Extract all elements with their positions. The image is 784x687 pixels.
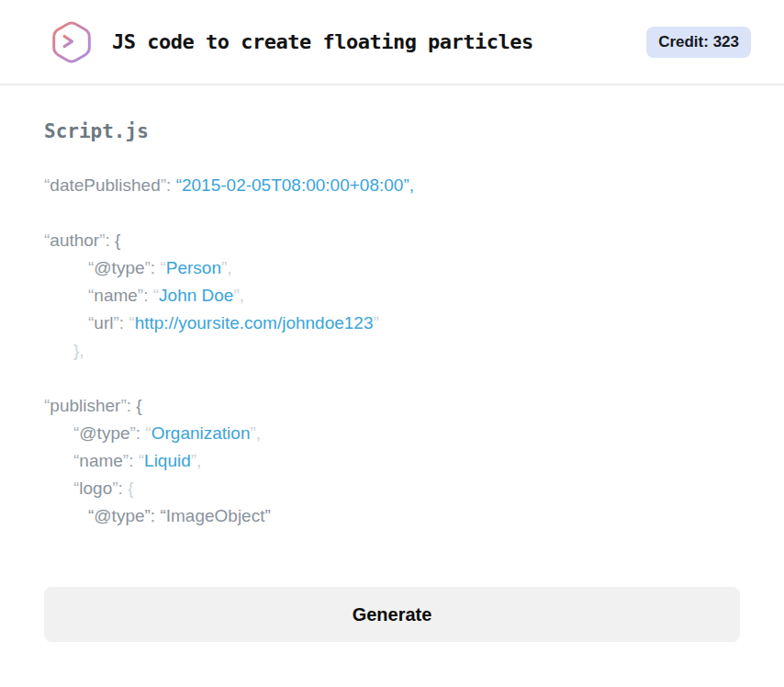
- header-left: JS code to create floating particles: [48, 18, 533, 66]
- file-name-label: Script.js: [44, 120, 740, 142]
- credit-badge: Credit: 323: [646, 27, 751, 58]
- app-window: JS code to create floating particles Cre…: [0, 0, 784, 687]
- code-line: “@type”: “Person”,: [44, 254, 740, 282]
- terminal-prompt-hexagon-icon: [48, 18, 95, 66]
- code-line: “publisher”: {: [44, 392, 740, 420]
- code-line: “@type”: “ImageObject”: [44, 502, 740, 530]
- code-line: “@type”: “Organization”,: [44, 420, 740, 447]
- page-title: JS code to create floating particles: [112, 30, 533, 53]
- generate-button[interactable]: Generate: [44, 587, 740, 642]
- header: JS code to create floating particles Cre…: [0, 0, 784, 85]
- code-line: “name”: “John Doe”,: [44, 282, 740, 310]
- code-line: “author”: {: [44, 227, 740, 254]
- code-line: “name”: “Liquid”,: [44, 447, 740, 475]
- code-line-blank: [44, 199, 740, 227]
- code-line: },: [44, 337, 740, 365]
- code-line-blank: [44, 365, 740, 392]
- code-block: “datePublished”: “2015-02-05T08:00:00+08…: [44, 172, 740, 530]
- content-area: Script.js “datePublished”: “2015-02-05T0…: [0, 85, 784, 642]
- code-line: “logo”: {: [44, 475, 740, 502]
- code-line: “url”: “http://yoursite.com/johndoe123”: [44, 310, 740, 337]
- code-line: “datePublished”: “2015-02-05T08:00:00+08…: [44, 172, 740, 199]
